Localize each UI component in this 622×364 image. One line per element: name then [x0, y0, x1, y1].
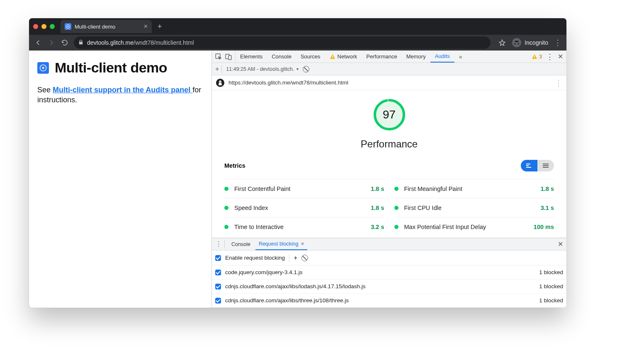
pattern-checkbox[interactable] [215, 298, 221, 304]
page-text: See [37, 86, 53, 94]
tab-sources[interactable]: Sources [296, 51, 325, 63]
metric-row: First Contentful Paint1.8 s [224, 179, 384, 198]
reload-button[interactable] [61, 39, 69, 47]
warning-icon [532, 54, 537, 60]
blocked-count: 1 blocked [539, 297, 563, 304]
metrics-view-compact-button[interactable] [521, 160, 537, 171]
page-logo-icon [37, 62, 49, 74]
devtools-settings-button[interactable]: ⋮ [546, 52, 554, 61]
audits-toolbar: + 11:49:25 AM - devtools.glitch. [212, 63, 566, 75]
window-controls [33, 24, 55, 29]
metric-value: 1.8 s [541, 186, 554, 192]
blocked-count: 1 blocked [539, 269, 563, 275]
viewport: Multi-client demo See Multi-client suppo… [29, 51, 566, 308]
lighthouse-icon [216, 79, 224, 87]
metric-name: Max Potential First Input Delay [404, 224, 486, 230]
tab-favicon [65, 23, 71, 30]
pattern-checkbox[interactable] [215, 270, 221, 275]
metric-row: Time to Interactive3.2 s [224, 217, 384, 236]
svg-rect-6 [228, 55, 231, 60]
address-bar: devtools.glitch.me/wndt78/multiclient.ht… [29, 35, 566, 51]
devtools-panel: Elements Console Sources Network Perform… [211, 51, 566, 308]
warning-icon [330, 54, 335, 60]
tab-memory[interactable]: Memory [402, 51, 430, 63]
metric-name: Time to Interactive [234, 224, 284, 230]
tab-strip: Multi-client demo × + [29, 18, 566, 35]
incognito-icon [512, 38, 521, 47]
status-dot-icon [224, 187, 228, 191]
audit-url: https://devtools.glitch.me/wndt78/multic… [228, 80, 348, 86]
drawer-close-button[interactable]: ✕ [558, 240, 563, 248]
incognito-label: Incognito [525, 39, 548, 46]
devtools-close-button[interactable]: ✕ [558, 53, 563, 60]
tab-elements[interactable]: Elements [236, 51, 267, 63]
new-audit-button[interactable]: + [215, 65, 222, 73]
page-link[interactable]: Multi-client support in the Audits panel [53, 86, 192, 94]
browser-tab[interactable]: Multi-client demo × [61, 20, 152, 33]
enable-blocking-checkbox[interactable] [215, 255, 221, 261]
tab-title: Multi-client demo [75, 24, 115, 30]
drawer-tab-label: Request blocking [259, 241, 299, 247]
blocked-pattern-row[interactable]: code.jquery.com/jquery-3.4.1.js 1 blocke… [212, 265, 566, 280]
request-blocking-toolbar: Enable request blocking + [212, 251, 566, 265]
pattern-checkbox[interactable] [215, 284, 221, 289]
url-host: devtools.glitch.me [87, 39, 134, 46]
new-tab-button[interactable]: + [155, 22, 165, 31]
pattern-text: cdnjs.cloudflare.com/ajax/libs/three.js/… [225, 297, 349, 304]
metric-row: First CPU Idle3.1 s [394, 198, 554, 217]
metric-row: Max Potential First Input Delay100 ms [394, 217, 554, 236]
tab-console[interactable]: Console [267, 51, 296, 63]
window-close-button[interactable] [33, 24, 38, 29]
drawer-menu-button[interactable]: ⋮ [215, 240, 225, 248]
window-maximize-button[interactable] [50, 24, 55, 29]
tab-performance[interactable]: Performance [362, 51, 401, 63]
page-description: See Multi-client support in the Audits p… [37, 85, 203, 105]
tab-audits[interactable]: Audits [430, 51, 454, 63]
browser-menu-button[interactable]: ⋮ [554, 38, 561, 47]
svg-point-3 [42, 67, 44, 69]
svg-rect-9 [535, 55, 535, 57]
warnings-badge[interactable]: 3 [532, 54, 542, 60]
metrics-view-expanded-button[interactable] [537, 160, 554, 171]
toolbar-right: Incognito ⋮ [496, 38, 561, 47]
lock-icon [78, 39, 84, 46]
tab-label: Network [338, 53, 357, 60]
clear-patterns-button[interactable] [301, 255, 308, 261]
window-minimize-button[interactable] [41, 24, 46, 29]
forward-button[interactable] [47, 39, 56, 47]
performance-score-gauge: 97 [372, 98, 406, 132]
drawer-tab-close-button[interactable]: × [301, 241, 304, 247]
incognito-indicator[interactable]: Incognito [512, 38, 548, 47]
url-field[interactable]: devtools.glitch.me/wndt78/multiclient.ht… [74, 36, 491, 49]
drawer-tabbar: ⋮ Console Request blocking × ✕ [212, 238, 566, 251]
audit-menu-button[interactable]: ⋮ [555, 78, 562, 87]
metric-value: 100 ms [534, 224, 554, 230]
drawer-tab-request-blocking[interactable]: Request blocking × [255, 238, 308, 250]
warnings-count: 3 [539, 54, 542, 60]
blocked-pattern-row[interactable]: cdnjs.cloudflare.com/ajax/libs/lodash.js… [212, 280, 566, 294]
metric-name: First Contentful Paint [234, 186, 290, 192]
audit-run-dropdown[interactable]: 11:49:25 AM - devtools.glitch. [226, 66, 299, 72]
performance-score-label: Performance [361, 138, 418, 150]
inspect-element-icon[interactable] [215, 53, 222, 60]
bookmark-star-icon[interactable] [498, 39, 506, 47]
metrics-heading: Metrics [224, 162, 245, 169]
status-dot-icon [394, 187, 398, 191]
add-pattern-button[interactable]: + [294, 254, 297, 262]
back-button[interactable] [34, 39, 42, 47]
devtools-drawer: ⋮ Console Request blocking × ✕ Enable re… [212, 238, 566, 308]
devtools-tabbar: Elements Console Sources Network Perform… [212, 51, 566, 63]
metric-value: 1.8 s [371, 205, 384, 211]
drawer-tab-console[interactable]: Console [228, 238, 254, 250]
svg-rect-10 [535, 58, 535, 58]
metric-name: First Meaningful Paint [404, 186, 462, 192]
tab-close-button[interactable]: × [144, 23, 148, 30]
clear-audit-button[interactable] [303, 66, 309, 72]
metric-name: First CPU Idle [404, 205, 442, 211]
request-blocking-panel: Enable request blocking + code.jquery.co… [212, 251, 566, 308]
tab-overflow-button[interactable]: » [454, 51, 467, 63]
metric-row: First Meaningful Paint1.8 s [394, 179, 554, 198]
device-toolbar-icon[interactable] [225, 53, 232, 60]
tab-network[interactable]: Network [325, 51, 362, 63]
blocked-pattern-row[interactable]: cdnjs.cloudflare.com/ajax/libs/three.js/… [212, 294, 566, 308]
